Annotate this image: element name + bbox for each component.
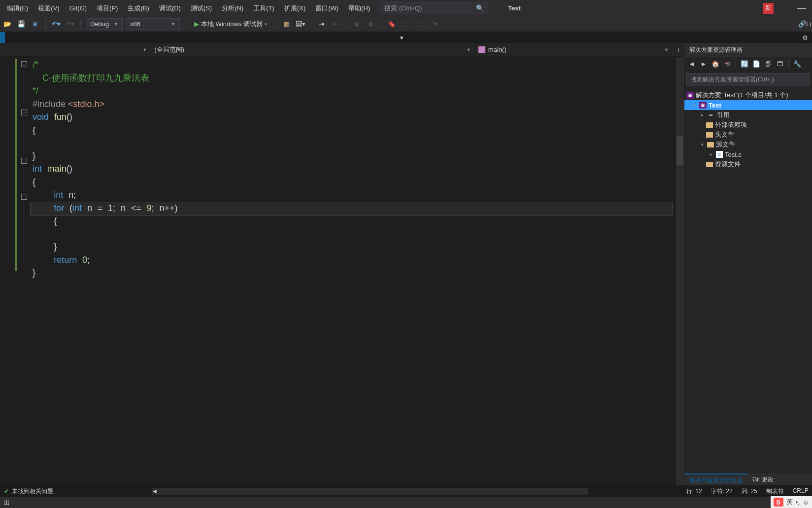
output-bar[interactable]: 出 <box>0 497 812 508</box>
editor-pane: ▼ (全局范围)▼ main()▼ ⫞ − − − − /* C-使用函数打印九… <box>0 43 684 485</box>
active-tab-indicator[interactable] <box>0 32 5 43</box>
tree-solution-root[interactable]: ▣解决方案"Test"(1 个项目/共 1 个) <box>684 90 812 100</box>
separator <box>346 19 346 29</box>
menu-debug[interactable]: 调试(D) <box>154 1 186 16</box>
show-all-icon[interactable]: 📄 <box>751 59 762 70</box>
toolbar-btn[interactable]: ⬚ <box>400 19 411 30</box>
tree-headers[interactable]: 头文件 <box>684 130 812 140</box>
ime-sogou-icon[interactable]: S <box>774 498 783 507</box>
code-editor[interactable]: − − − − /* C-使用函数打印九九乘法表 */ #include <st… <box>0 57 684 485</box>
ime-bar: S 英 •, ☺ <box>771 496 812 508</box>
fold-toggle[interactable]: − <box>21 109 27 115</box>
wrench-icon[interactable]: 🔧 <box>792 59 803 70</box>
menu-window[interactable]: 窗口(W) <box>310 1 343 16</box>
forward-icon[interactable]: ► <box>698 59 709 70</box>
gear-icon[interactable]: ⚙ <box>800 32 810 43</box>
separator <box>736 59 736 69</box>
change-indicator <box>15 59 17 271</box>
nav-function[interactable]: main()▼ <box>474 43 672 56</box>
config-select[interactable]: Debug▼ <box>86 18 123 30</box>
new-badge[interactable]: 新 <box>763 3 774 14</box>
nav-scope[interactable]: (全局范围)▼ <box>150 43 474 56</box>
menu-build[interactable]: 生成(B) <box>123 1 154 16</box>
menu-analyze[interactable]: 分析(N) <box>217 1 248 16</box>
chevron-down-icon[interactable]: ▾ <box>691 103 697 108</box>
sync-icon[interactable]: 🔄 <box>739 59 750 70</box>
fold-column: − − − − <box>20 57 29 485</box>
status-col[interactable]: 列: 25 <box>742 487 757 496</box>
search-input[interactable]: 搜索 (Ctrl+Q) 🔍 <box>380 2 488 14</box>
platform-select[interactable]: x86▼ <box>126 18 180 30</box>
check-icon: ✔ <box>4 488 9 495</box>
chevron-right-icon[interactable]: ▸ <box>699 112 705 117</box>
solution-search-input[interactable]: 搜索解决方案资源管理器(Ctrl+;) <box>686 73 810 86</box>
menu-view[interactable]: 视图(V) <box>33 1 64 16</box>
tree-resources[interactable]: 资源文件 <box>684 159 812 169</box>
nav-project[interactable]: ▼ <box>0 43 150 56</box>
menu-git[interactable]: Git(G) <box>65 1 92 15</box>
fold-toggle[interactable]: − <box>21 194 27 200</box>
undo-icon[interactable]: ↶▾ <box>51 19 62 30</box>
save-icon[interactable]: 💾 <box>16 19 27 30</box>
menu-bar: 编辑(E) 视图(V) Git(G) 项目(P) 生成(B) 调试(D) 测试(… <box>0 0 812 16</box>
live-share-icon[interactable]: 🔗 Li <box>799 19 810 30</box>
vertical-scrollbar[interactable] <box>676 57 684 485</box>
separator <box>80 19 81 29</box>
redo-icon[interactable]: ↷▾ <box>65 19 75 30</box>
status-char[interactable]: 字符: 22 <box>711 487 733 496</box>
code-content[interactable]: /* C-使用函数打印九九乘法表 */ #include <stdio.h> v… <box>29 57 676 485</box>
search-icon: 🔍 <box>476 4 484 12</box>
status-line[interactable]: 行: 12 <box>686 487 702 496</box>
back-icon[interactable]: ◄ <box>686 59 697 70</box>
properties-icon[interactable]: 🗔 <box>775 59 785 70</box>
copy-icon[interactable]: 🗐 <box>763 59 774 70</box>
tree-sources[interactable]: ▾源文件 <box>684 140 812 149</box>
indent-icon[interactable]: ≡ <box>351 19 362 30</box>
tab-solution-explorer[interactable]: 解决方案资源管理器 <box>684 473 747 485</box>
separator <box>311 19 311 29</box>
toolbar-btn[interactable]: 🖼▾ <box>295 19 306 30</box>
menu-tools[interactable]: 工具(T) <box>248 1 279 16</box>
status-issues[interactable]: 未找到相关问题 <box>12 487 53 496</box>
solution-icon: ▣ <box>686 92 694 99</box>
chevron-down-icon[interactable]: ▾ <box>699 142 705 147</box>
toolbar-btn[interactable]: ⬚▾ <box>428 19 439 30</box>
status-tabs[interactable]: 制表符 <box>766 487 784 496</box>
toolbar-btn[interactable]: ⇥ <box>316 19 327 30</box>
ime-lang[interactable]: 英 <box>786 498 793 507</box>
minimize-icon[interactable]: — <box>793 3 810 13</box>
menu-project[interactable]: 项目(P) <box>92 1 123 16</box>
home-icon[interactable]: 🏠 <box>710 59 721 70</box>
tree-project[interactable]: ▾▣Test <box>684 100 812 110</box>
tree-external-deps[interactable]: 外部依赖项 <box>684 120 812 130</box>
horizontal-scrollbar[interactable]: ◄ <box>152 488 588 495</box>
tree-references[interactable]: ▸▪▪引用 <box>684 110 812 120</box>
fold-toggle[interactable]: − <box>21 61 27 67</box>
dropdown-icon[interactable]: ▾ <box>397 32 406 43</box>
c-file-icon: C <box>716 151 723 158</box>
tree-file-testc[interactable]: ▸CTest.c <box>684 149 812 159</box>
ime-emoji[interactable]: ☺ <box>803 499 809 506</box>
references-icon: ▪▪ <box>707 111 715 118</box>
save-all-icon[interactable]: 🗎 <box>30 19 40 30</box>
toolbar-btn[interactable]: ⇤ <box>330 19 341 30</box>
menu-test[interactable]: 测试(S) <box>186 1 217 16</box>
scrollbar-thumb[interactable] <box>677 136 683 165</box>
menu-help[interactable]: 帮助(H) <box>343 1 375 16</box>
ime-punct[interactable]: •, <box>796 499 800 506</box>
outdent-icon[interactable]: ≡ <box>365 19 376 30</box>
chevron-right-icon[interactable]: ▸ <box>708 152 714 157</box>
toolbar-btn[interactable]: ⬚ <box>414 19 425 30</box>
solution-tree: ▣解决方案"Test"(1 个项目/共 1 个) ▾▣Test ▸▪▪引用 外部… <box>684 88 812 473</box>
tab-git-changes[interactable]: Git 更改 <box>747 473 778 485</box>
open-icon[interactable]: 📂 <box>2 19 13 30</box>
toolbar-btn[interactable]: ▦ <box>281 19 292 30</box>
status-crlf[interactable]: CRLF <box>793 487 808 496</box>
start-debug-button[interactable]: ▶ 本地 Windows 调试器 ▾ <box>190 18 271 30</box>
switch-view-icon[interactable]: ⟲ <box>722 59 733 70</box>
menu-edit[interactable]: 编辑(E) <box>2 1 33 16</box>
split-icon[interactable]: ⫞ <box>672 43 684 56</box>
bookmark-icon[interactable]: 🔖 <box>386 19 397 30</box>
fold-toggle[interactable]: − <box>21 158 27 164</box>
menu-extensions[interactable]: 扩展(X) <box>279 1 310 16</box>
